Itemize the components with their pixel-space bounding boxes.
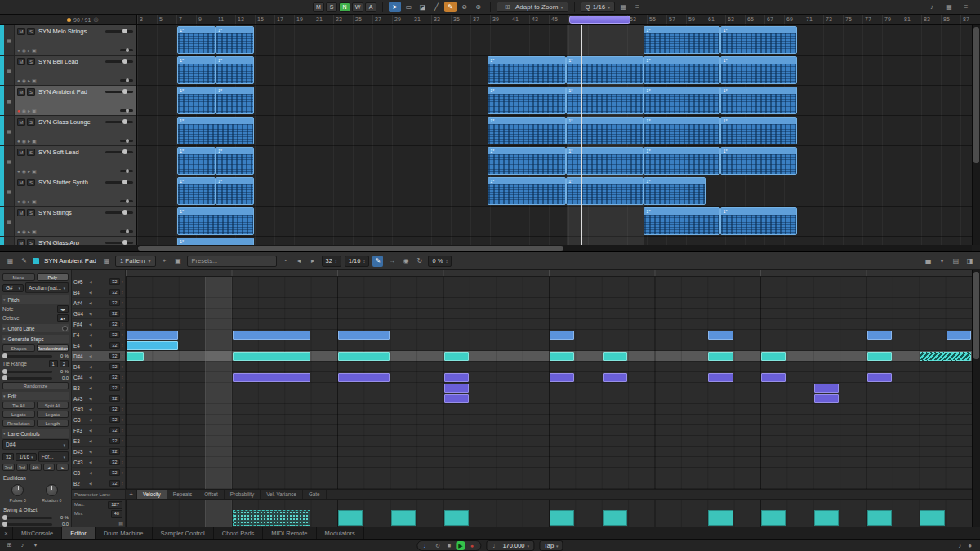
eraser-tool-icon[interactable]: ◪ [416, 2, 429, 12]
mono-button[interactable]: Mono [2, 273, 35, 281]
monitor-icon[interactable]: ◉ [22, 78, 26, 83]
lane-steps-field[interactable]: 32 [109, 363, 119, 370]
lane-steps-stepper[interactable]: ↕ [122, 460, 124, 464]
velocity-bar[interactable] [603, 510, 627, 526]
scale-select[interactable]: Aeolian (nat...▾ [25, 282, 69, 293]
lane-steps-field[interactable]: 32 [109, 384, 119, 391]
record-arm-icon[interactable]: ● [17, 139, 20, 144]
pattern-note[interactable] [814, 384, 839, 393]
adapt-to-zoom-dropdown[interactable]: ⊞ Adapt to Zoom ▾ [497, 2, 568, 12]
play-button[interactable]: ▶ [456, 541, 465, 550]
lane-audition-icon[interactable]: ◀ [89, 450, 91, 454]
swing-slider[interactable] [2, 517, 52, 519]
record-arm-icon[interactable]: ● [17, 109, 20, 113]
scrollbar-thumb[interactable] [973, 272, 979, 359]
midi-clip[interactable]: 1* [566, 117, 644, 144]
lane-audition-icon[interactable]: ◀ [89, 482, 91, 486]
pattern-note[interactable] [761, 352, 786, 361]
lane-steps-field[interactable]: 32 [109, 459, 119, 465]
pattern-select[interactable]: 1 Pattern ▾ [115, 256, 155, 267]
record-button[interactable]: ● [467, 543, 476, 549]
lane-audition-icon[interactable]: ◀ [89, 429, 91, 433]
track-header[interactable]: ▦MSSYN Ambient Pad●◉▸▣ [0, 86, 136, 116]
midi-clip[interactable]: 1* [644, 177, 706, 205]
lane-audition-icon[interactable]: ◀ [89, 439, 91, 443]
chord-lane-toggle[interactable] [62, 326, 68, 331]
automation-icon[interactable]: ▣ [32, 229, 37, 234]
midi-clip[interactable]: 1* [644, 207, 720, 235]
metronome-icon[interactable]: ♩ [421, 543, 430, 549]
toolbar-w-button[interactable]: W [352, 2, 363, 12]
pitch-lane-row[interactable]: C#3◀32↕ [72, 457, 125, 468]
grid-lane-row[interactable] [126, 362, 972, 372]
pitch-lane-row[interactable]: F#3◀32↕ [72, 425, 125, 436]
midi-clip[interactable]: 1* [216, 147, 254, 175]
lane-steps-stepper[interactable]: ↕ [122, 438, 124, 443]
midi-clip[interactable]: 1* [177, 117, 254, 144]
close-icon[interactable]: × [0, 527, 13, 539]
volume-slider[interactable] [105, 60, 133, 63]
shapes-tab[interactable]: Shapes [2, 344, 35, 352]
record-arm-icon[interactable]: ● [17, 229, 20, 234]
pitch-lane-row[interactable]: B2◀32↕ [72, 478, 125, 489]
monitor-icon[interactable]: ◉ [22, 198, 26, 204]
accent-4th-button[interactable]: 4th [29, 464, 42, 471]
volume-slider[interactable] [105, 181, 133, 184]
midi-clip[interactable]: 1* [566, 56, 644, 84]
param-tab-probability[interactable]: Probability [225, 490, 261, 499]
lane-steps-stepper[interactable]: ↕ [122, 417, 124, 422]
midi-clip[interactable]: 1* [566, 147, 644, 175]
automation-icon[interactable]: ▣ [32, 78, 37, 83]
param-tab-velocity[interactable]: Velocity [137, 490, 167, 499]
steps-stepper[interactable]: 32↕ [322, 256, 341, 267]
midi-clip[interactable]: 1* [566, 87, 644, 114]
midi-clip[interactable]: 1* [177, 238, 254, 245]
arrange-vscrollbar[interactable] [972, 25, 980, 245]
panel-grid-icon[interactable]: ⊞ [5, 542, 14, 549]
lane-audition-icon[interactable]: ◀ [89, 333, 91, 337]
midi-clip[interactable]: 1* [644, 117, 720, 144]
lane-audition-icon[interactable]: ◀ [89, 365, 91, 369]
pitch-lane-row[interactable]: C#5◀32↕ [72, 277, 125, 287]
volume-slider[interactable] [105, 121, 133, 123]
instrument-open-icon[interactable]: ▸ [28, 168, 30, 174]
pulses-knob[interactable]: Pulses 0 [10, 484, 26, 503]
lane-steps-field[interactable]: 32 [109, 310, 119, 317]
monitor-icon[interactable]: ◉ [22, 47, 26, 53]
mute-button[interactable]: M [17, 28, 25, 35]
track-header[interactable]: ▦MSSYN Strings●◉▸▣ [0, 207, 136, 237]
panel-icon[interactable]: ◨ [964, 257, 975, 264]
knob[interactable] [46, 484, 58, 496]
generate-amount-slider[interactable] [2, 355, 52, 358]
lane-steps-field[interactable]: 32 [109, 438, 119, 444]
editor-vscrollbar[interactable] [972, 270, 980, 527]
automation-icon[interactable]: ▣ [32, 138, 37, 144]
split-all-button[interactable]: Split All [37, 402, 69, 409]
midi-clip[interactable]: 1* [644, 87, 720, 114]
track-header[interactable]: ▦MSSYN Melo Strings●◉▸▣ [0, 25, 136, 56]
lane-steps-stepper[interactable]: ↕ [122, 279, 124, 284]
pattern-note[interactable] [550, 331, 574, 340]
lane-steps-stepper[interactable]: ↕ [122, 470, 124, 475]
midi-clip[interactable]: 1* [488, 87, 566, 114]
shift-left-button[interactable]: ◂ [43, 464, 56, 471]
resolution-button[interactable]: Resolution [2, 420, 35, 427]
midi-clip[interactable]: 1* [216, 177, 254, 205]
pitch-lane-row[interactable]: G#3◀32↕ [72, 404, 125, 415]
resolution-stepper[interactable]: 1/16↕ [345, 256, 370, 267]
toolbar-a-button[interactable]: A [365, 2, 376, 12]
lane-audition-icon[interactable]: ◀ [89, 460, 91, 464]
pitch-section-header[interactable]: ▾Pitch [2, 295, 69, 304]
pan-slider[interactable] [120, 170, 133, 172]
bottom-tab-midi-remote[interactable]: MIDI Remote [263, 527, 316, 539]
record-arm-icon[interactable]: ● [17, 48, 20, 53]
lane-steps-stepper[interactable]: ↕ [122, 385, 124, 390]
notification-icon[interactable]: ● [968, 542, 972, 549]
pattern-note[interactable] [338, 331, 390, 340]
pattern-note[interactable] [233, 352, 310, 361]
lane-steps-field[interactable]: 32 [109, 300, 119, 306]
pattern-note[interactable] [603, 373, 627, 382]
grid-lane-row[interactable] [126, 309, 972, 319]
param-tab-offset[interactable]: Offset [198, 490, 225, 499]
lane-audition-icon[interactable]: ◀ [89, 375, 91, 380]
